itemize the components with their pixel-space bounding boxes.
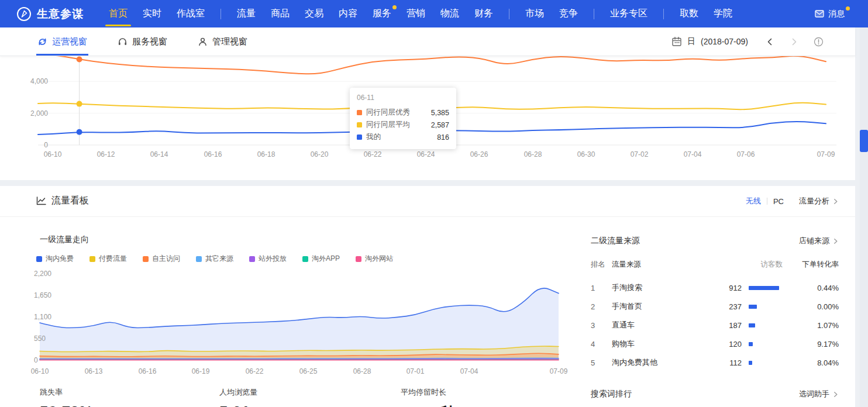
bar-fill (749, 361, 752, 365)
source-bar (742, 342, 783, 346)
notification-badge (392, 5, 397, 9)
chevron-right-icon (832, 391, 839, 398)
nav-item-competition[interactable]: 竞争 (559, 8, 578, 20)
nav-item-war-room[interactable]: 作战室 (177, 8, 205, 20)
nav-item-market[interactable]: 市场 (525, 8, 544, 20)
x-tick-label: 06-22 (246, 367, 264, 375)
y-tick-label: 550 (34, 334, 46, 343)
metric-value: 59.73% (40, 403, 93, 407)
bar-fill (749, 342, 753, 346)
source-row[interactable]: 4购物车1209.17% (591, 334, 839, 353)
headset-icon (118, 37, 128, 47)
bar-fill (749, 286, 779, 290)
tooltip-value: 5,385 (431, 109, 449, 117)
x-tick-label: 06-30 (577, 150, 595, 158)
tooltip-item: 同行同层平均2,587 (357, 119, 449, 131)
x-tick-label: 06-28 (524, 150, 542, 158)
date-picker[interactable]: 日 (2018-07-09) (671, 36, 748, 47)
tab-management-view[interactable]: 管理视窗 (198, 27, 247, 56)
x-tick-label: 06-10 (44, 150, 62, 158)
x-tick-label: 07-04 (684, 150, 702, 158)
source-row[interactable]: 2手淘首页2370.00% (591, 297, 839, 316)
bar-fill (749, 305, 757, 309)
series-line (38, 56, 826, 74)
nav-menu: 首页实时作战室流量商品交易内容服务营销物流财务市场竞争业务专区取数学院 (101, 8, 740, 20)
nav-item-home[interactable]: 首页 (109, 8, 128, 20)
source-row[interactable]: 3直通车1871.07% (591, 316, 839, 334)
tooltip-value: 816 (437, 133, 449, 142)
source-name: 购物车 (612, 339, 709, 349)
x-tick-label: 06-28 (353, 367, 371, 375)
source-visitors: 237 (709, 302, 742, 311)
source-name: 直通车 (612, 320, 709, 330)
tooltip-label: 同行同层优秀 (366, 108, 410, 118)
tooltip-marker (357, 134, 362, 140)
messages-button[interactable]: 消息 (815, 9, 845, 19)
y-tick-label: 1,100 (34, 313, 51, 321)
x-tick-label: 06-16 (139, 367, 157, 375)
metric-2: 平均停留时长17.48秒 (401, 387, 456, 407)
search-rank-title: 搜索词排行 (591, 389, 632, 399)
scrollbar-track (860, 27, 868, 407)
nav-item-traffic[interactable]: 流量 (237, 8, 256, 20)
nav-item-logistics[interactable]: 物流 (440, 8, 459, 20)
benchmark-trend-card: 4,0002,0000 06-1006-1206-1406-1606-1806-… (0, 56, 855, 180)
nav-item-trade[interactable]: 交易 (305, 8, 323, 20)
shop-source-link[interactable]: 店铺来源 (799, 236, 839, 246)
x-tick-label: 06-18 (257, 150, 275, 158)
word-helper-link[interactable]: 选词助手 (799, 389, 839, 399)
brand-title: 生意参谋 (37, 6, 84, 22)
source-conversion: 9.17% (783, 340, 839, 349)
source-row[interactable]: 1手淘搜索9120.44% (591, 278, 839, 297)
source-visitors: 112 (709, 358, 742, 367)
source-name: 手淘首页 (612, 301, 709, 312)
scrollbar-thumb[interactable] (860, 130, 868, 152)
x-tick-label: 06-14 (150, 150, 168, 158)
source-name: 淘内免费其他 (612, 357, 709, 368)
nav-item-product[interactable]: 商品 (271, 8, 290, 20)
brand[interactable]: 生意参谋 (16, 6, 84, 22)
info-icon[interactable] (814, 37, 824, 47)
nav-item-academy[interactable]: 学院 (714, 8, 732, 20)
source-visitors: 120 (709, 340, 742, 349)
source-conversion: 0.44% (783, 284, 839, 292)
tab-label: 管理视窗 (212, 36, 247, 47)
chevron-right-icon (832, 238, 839, 244)
nav-item-business-zone[interactable]: 业务专区 (610, 8, 647, 20)
x-tick-label: 06-13 (85, 367, 103, 375)
source-visitors: 912 (709, 284, 742, 292)
sycm-logo-icon (16, 6, 32, 22)
nav-item-data-extract[interactable]: 取数 (680, 8, 698, 20)
nav-item-marketing[interactable]: 营销 (407, 8, 425, 20)
source-rank: 5 (591, 358, 612, 367)
date-value: (2018-07-09) (701, 37, 748, 46)
prev-date-button[interactable] (766, 37, 774, 46)
top-nav: 生意参谋 首页实时作战室流量商品交易内容服务营销物流财务市场竞争业务专区取数学院… (0, 0, 868, 27)
tooltip-item: 同行同层优秀5,385 (357, 106, 449, 119)
x-tick-label: 07-09 (550, 367, 568, 375)
tab-label: 运营视窗 (52, 36, 87, 47)
source-row[interactable]: 5淘内免费其他1128.04% (591, 353, 839, 372)
y-tick-label: 0 (11, 141, 48, 149)
nav-item-realtime[interactable]: 实时 (143, 8, 161, 20)
nav-item-service[interactable]: 服务 (373, 8, 391, 20)
tooltip-marker (357, 110, 362, 115)
tooltip-marker (357, 122, 362, 127)
y-tick-label: 1,650 (34, 291, 51, 299)
source-conversion: 8.04% (783, 358, 839, 367)
nav-item-finance[interactable]: 财务 (474, 8, 493, 20)
source-bar (742, 286, 783, 290)
source-name: 手淘搜索 (612, 282, 709, 293)
y-tick-label: 2,000 (11, 109, 48, 118)
x-tick-label: 06-16 (204, 150, 222, 158)
sources-table-header: 排名 流量来源 访客数 下单转化率 (591, 260, 839, 270)
metric-label: 人均浏览量 (219, 387, 257, 398)
next-date-button[interactable] (790, 37, 798, 46)
nav-divider (509, 9, 509, 19)
tab-service-view[interactable]: 服务视窗 (118, 27, 167, 56)
tooltip-value: 2,587 (431, 121, 449, 129)
tab-operation-view[interactable]: 运营视窗 (37, 27, 87, 56)
nav-item-content[interactable]: 内容 (339, 8, 357, 20)
source-rank: 2 (591, 302, 612, 311)
nav-divider (594, 9, 594, 19)
